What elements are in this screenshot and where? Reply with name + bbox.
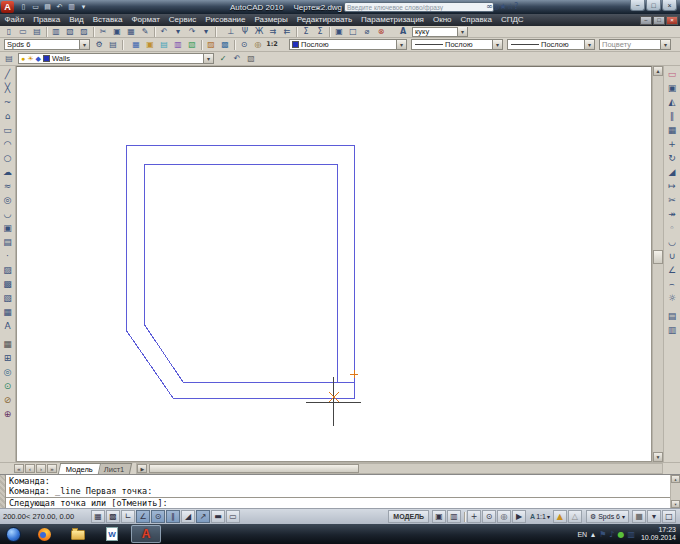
- chevron-down-icon[interactable]: ▾: [79, 40, 89, 49]
- spds-section-button[interactable]: ⊘: [1, 393, 15, 407]
- copy-button[interactable]: ▣: [665, 81, 679, 95]
- wall-outer-polyline[interactable]: [126, 145, 354, 398]
- cut-button[interactable]: ✂: [96, 26, 110, 37]
- make-block-button[interactable]: ▤: [1, 235, 15, 249]
- horizontal-scroll-thumb[interactable]: [149, 464, 359, 473]
- vertical-scrollbar[interactable]: ▲ ▼: [652, 66, 663, 462]
- chevron-down-icon[interactable]: ▾: [547, 513, 550, 520]
- layer-select[interactable]: ● ☀ ◆ Walls ▾: [18, 53, 214, 64]
- doc-minimize-button[interactable]: −: [640, 16, 652, 25]
- polar-button[interactable]: ∠: [136, 510, 150, 523]
- revision-cloud-button[interactable]: ☁: [1, 165, 15, 179]
- hidden-icons-chevron[interactable]: ▴: [591, 530, 595, 539]
- layer-isolate-button[interactable]: ▧: [185, 39, 199, 51]
- chevron-down-icon[interactable]: ▾: [203, 54, 213, 63]
- spds-chain-button[interactable]: ⇉: [266, 26, 280, 37]
- clean-screen-button[interactable]: □: [662, 510, 676, 523]
- region-button[interactable]: ▧: [1, 291, 15, 305]
- layer-off-button[interactable]: ▨: [204, 39, 218, 51]
- paste-button[interactable]: ▦: [124, 26, 138, 37]
- chevron-down-icon[interactable]: ▾: [584, 40, 594, 49]
- lwt-button[interactable]: ▬: [211, 510, 225, 523]
- dyn-button[interactable]: ↗: [196, 510, 210, 523]
- tab-model[interactable]: Модель: [58, 463, 101, 474]
- spds-mark-button[interactable]: ⊕: [1, 407, 15, 421]
- trim-button[interactable]: ✂: [665, 193, 679, 207]
- wall-inner-polyline[interactable]: [144, 164, 354, 382]
- extend-button[interactable]: ↠: [665, 207, 679, 221]
- spds-diameter-button[interactable]: ⌀: [360, 26, 374, 37]
- annotation-scale-control[interactable]: А 1:1 ▾: [530, 513, 550, 520]
- mirror-button[interactable]: ◭: [665, 95, 679, 109]
- tab-nav-button-1[interactable]: ‹: [25, 464, 35, 473]
- linetype-select[interactable]: Послою ▾: [411, 39, 503, 50]
- scroll-right-icon[interactable]: ▶: [137, 464, 147, 473]
- status-menu-button[interactable]: ▾: [647, 510, 661, 523]
- ellipse-button[interactable]: ◎: [1, 193, 15, 207]
- match-properties-button[interactable]: ✎: [138, 26, 152, 37]
- qnew-button[interactable]: ▯: [2, 26, 16, 37]
- show-motion-button[interactable]: ▶: [512, 510, 526, 523]
- spds-table-edit-button[interactable]: ▣: [332, 26, 346, 37]
- circle-button[interactable]: ○: [1, 151, 15, 165]
- menu-item-2[interactable]: Вид: [65, 14, 88, 26]
- close-button[interactable]: ×: [662, 0, 677, 11]
- layer-state-button[interactable]: ▦: [129, 39, 143, 51]
- tab-sheet1[interactable]: Лист1: [96, 463, 133, 474]
- autocad-logo-icon[interactable]: A: [1, 1, 14, 13]
- break-at-point-button[interactable]: ◦: [665, 221, 679, 235]
- menu-item-3[interactable]: Вставка: [88, 14, 127, 26]
- plot-preview-button[interactable]: ▧: [63, 26, 77, 37]
- array-button[interactable]: ▦: [665, 123, 679, 137]
- menu-item-12[interactable]: СПДС: [496, 14, 528, 26]
- language-indicator[interactable]: EN: [577, 531, 587, 538]
- menu-item-5[interactable]: Сервис: [164, 14, 200, 26]
- spline-button[interactable]: ≈: [1, 179, 15, 193]
- taskbar-word[interactable]: W: [97, 525, 127, 543]
- start-button[interactable]: [6, 527, 21, 542]
- annotation-autoscale-button[interactable]: △: [568, 510, 582, 523]
- multiline-text-button[interactable]: A: [1, 319, 15, 333]
- zoom-realtime-tool-button[interactable]: ⊙: [237, 39, 251, 51]
- spds-node-tool-button[interactable]: ⊙: [1, 379, 15, 393]
- layer-on-icon[interactable]: ●: [21, 55, 25, 62]
- grid-button[interactable]: ▩: [106, 510, 120, 523]
- scroll-up-icon[interactable]: ▲: [653, 66, 663, 76]
- menu-item-7[interactable]: Размеры: [250, 14, 292, 26]
- scroll-down-icon[interactable]: ▼: [653, 452, 663, 462]
- text-style-button[interactable]: A: [396, 26, 410, 37]
- line-button[interactable]: ╱: [1, 67, 15, 81]
- menu-item-11[interactable]: Справка: [456, 14, 496, 26]
- menu-item-1[interactable]: Правка: [29, 14, 65, 26]
- layer-properties-manager-button[interactable]: ▤: [2, 53, 16, 65]
- layer-freeze-button[interactable]: ▤: [157, 39, 171, 51]
- undo-list-button[interactable]: ▾: [171, 26, 185, 37]
- ellipse-arc-button[interactable]: ◡: [1, 207, 15, 221]
- layer-states-manager-button[interactable]: ▧: [244, 53, 258, 65]
- spds-exit-button[interactable]: ⊗: [374, 26, 388, 37]
- ortho-button[interactable]: ∟: [121, 510, 135, 523]
- horizontal-scrollbar[interactable]: ◀ ▶: [136, 463, 663, 474]
- layer-on-off-button[interactable]: ▣: [143, 39, 157, 51]
- volume-button[interactable]: ♪: [609, 530, 614, 539]
- insert-block-button[interactable]: ▣: [1, 221, 15, 235]
- copy-clip-button[interactable]: ▣: [110, 26, 124, 37]
- polyline-button[interactable]: ~: [1, 95, 15, 109]
- favorites-button[interactable]: ☆: [507, 2, 514, 12]
- otrack-button[interactable]: ∥: [166, 510, 180, 523]
- maximize-button[interactable]: □: [646, 0, 661, 11]
- qat-undo-button[interactable]: ↶: [54, 2, 65, 12]
- menu-item-0[interactable]: Файл: [0, 14, 29, 26]
- tab-nav-button-2[interactable]: ›: [36, 464, 46, 473]
- qat-save-button[interactable]: ▤: [42, 2, 53, 12]
- annotation-visibility-button[interactable]: ▲: [553, 510, 567, 523]
- move-button[interactable]: +: [665, 137, 679, 151]
- spds-table-button[interactable]: ▦: [1, 337, 15, 351]
- workspace-switcher[interactable]: ⚙ Spds 6 ▾: [586, 510, 629, 523]
- command-scrollbar[interactable]: ▴ ▾: [670, 475, 680, 508]
- minimize-button[interactable]: −: [630, 0, 645, 11]
- menu-item-4[interactable]: Формат: [127, 14, 164, 26]
- point-button[interactable]: ·: [1, 249, 15, 263]
- spds-slope-button[interactable]: Ψ: [238, 26, 252, 37]
- updates-button[interactable]: ●: [617, 530, 624, 539]
